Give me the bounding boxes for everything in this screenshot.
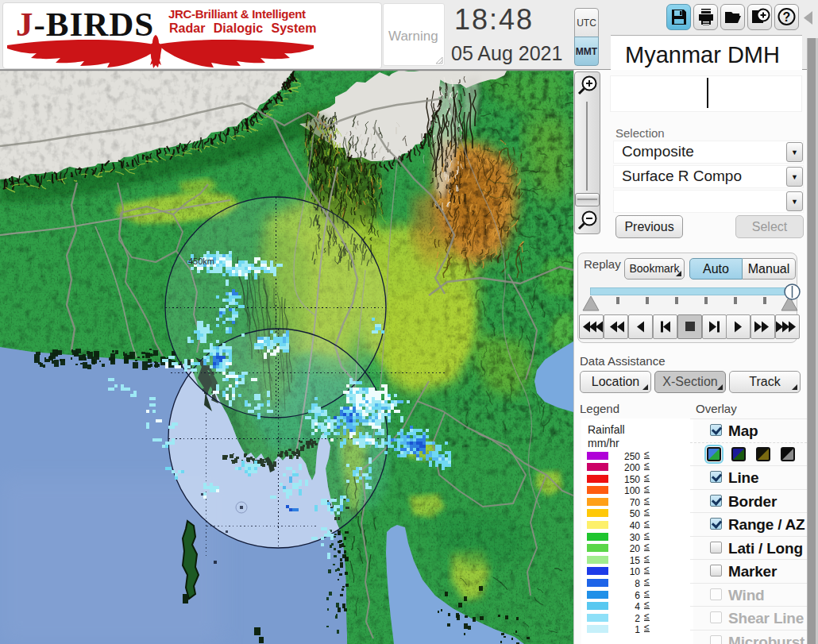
svg-text:?: ? (783, 10, 791, 24)
svg-text:450km: 450km (188, 256, 214, 266)
